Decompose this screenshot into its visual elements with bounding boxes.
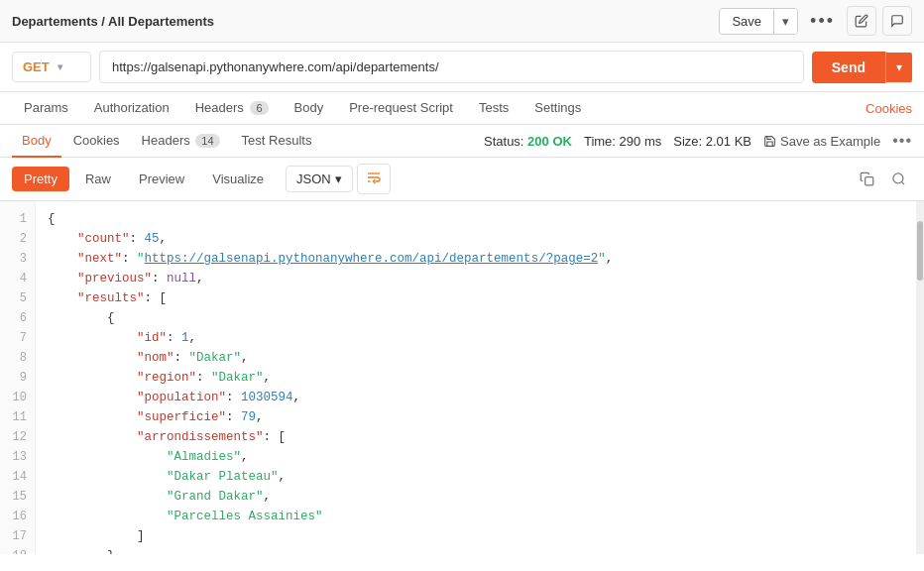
json-line-17: ] [48,526,916,546]
breadcrumb: Departements / All Departements [12,14,214,29]
tab-response-body[interactable]: Body [12,125,61,158]
view-preview-button[interactable]: Preview [127,167,196,191]
format-label: JSON [296,171,331,186]
response-status: Status: 200 OK Time: 290 ms Size: 2.01 K… [484,132,912,150]
wrap-button[interactable] [357,164,391,194]
svg-point-3 [892,173,902,183]
json-line-4: "previous": null, [48,269,916,288]
line-numbers: 12345 678910 1112131415 1617181920 [0,201,36,554]
json-line-6: { [48,308,916,328]
tab-authorization[interactable]: Authorization [82,92,181,125]
send-dropdown-arrow[interactable]: ▾ [886,53,912,82]
json-line-13: "Almadies", [48,447,916,467]
method-chevron-icon: ▾ [58,61,62,72]
tab-test-results[interactable]: Test Results [232,125,322,158]
view-pretty-button[interactable]: Pretty [12,167,69,191]
tab-body[interactable]: Body [283,92,336,125]
format-chevron-icon: ▾ [335,171,342,186]
size-label: Size: 2.01 KB [673,134,751,149]
tab-response-cookies[interactable]: Cookies [63,125,130,158]
cookies-link[interactable]: Cookies [866,93,912,124]
json-line-12: "arrondissements": [ [48,427,916,447]
body-toolbar: Pretty Raw Preview Visualize JSON ▾ [0,158,924,201]
json-line-15: "Grand Dakar", [48,487,916,507]
method-label: GET [23,59,50,74]
save-dropdown-arrow[interactable]: ▾ [774,9,797,34]
tab-tests[interactable]: Tests [467,92,520,125]
breadcrumb-prefix: Departements [12,14,98,29]
response-headers-badge: 14 [195,134,219,148]
top-bar-actions: Save ▾ ••• [719,6,912,36]
json-line-18: }, [48,546,916,554]
copy-button[interactable] [853,166,880,193]
search-button[interactable] [884,166,912,193]
json-line-14: "Dakar Plateau", [48,467,916,487]
response-more-button[interactable]: ••• [892,132,912,150]
json-line-10: "population": 1030594, [48,388,916,407]
url-bar: GET ▾ Send ▾ [0,43,924,92]
method-selector[interactable]: GET ▾ [12,52,91,82]
edit-button[interactable] [847,6,876,36]
status-label-text: Status: [484,134,523,149]
url-input[interactable] [99,51,804,83]
json-line-8: "nom": "Dakar", [48,348,916,368]
json-line-1: { [48,209,916,229]
view-visualize-button[interactable]: Visualize [200,167,276,191]
svg-rect-2 [865,177,872,185]
code-area[interactable]: 12345 678910 1112131415 1617181920 { "co… [0,201,916,554]
vertical-scrollbar[interactable] [916,201,924,554]
json-line-2: "count": 45, [48,229,916,249]
request-tabs: Params Authorization Headers 6 Body Pre-… [0,92,924,125]
tab-pre-request[interactable]: Pre-request Script [337,92,465,125]
send-button-group: Send ▾ [812,52,912,83]
save-example-label: Save as Example [780,134,880,149]
top-bar: Departements / All Departements Save ▾ •… [0,0,924,43]
next-link[interactable]: https://galsenapi.pythonanywhere.com/api… [145,252,599,266]
tab-settings[interactable]: Settings [522,92,593,125]
json-line-5: "results": [ [48,288,916,308]
json-line-11: "superficie": 79, [48,407,916,427]
code-area-wrapper: 12345 678910 1112131415 1617181920 { "co… [0,201,924,554]
json-line-9: "region": "Dakar", [48,368,916,388]
json-line-3: "next": "https://galsenapi.pythonanywher… [48,249,916,269]
send-button[interactable]: Send [812,52,886,83]
breadcrumb-current: All Departements [108,14,214,29]
time-label: Time: 290 ms [584,134,661,149]
response-tabs: Body Cookies Headers 14 Test Results Sta… [0,125,924,158]
format-selector[interactable]: JSON ▾ [286,166,353,192]
tab-headers[interactable]: Headers 6 [183,92,281,125]
save-button-group: Save ▾ [719,8,798,35]
json-content: { "count": 45, "next": "https://galsenap… [36,201,916,554]
status-code: 200 OK [527,134,572,149]
message-button[interactable] [882,6,912,36]
svg-line-4 [901,181,904,184]
status-label: Status: 200 OK [484,134,572,149]
save-as-example-button[interactable]: Save as Example [763,134,880,149]
json-line-7: "id": 1, [48,328,916,348]
more-options-button[interactable]: ••• [804,7,841,36]
save-button[interactable]: Save [720,9,774,34]
scrollbar-thumb [917,221,923,281]
tab-response-headers[interactable]: Headers 14 [132,125,230,158]
tab-params[interactable]: Params [12,92,80,125]
view-raw-button[interactable]: Raw [73,167,123,191]
json-line-16: "Parcelles Assainies" [48,507,916,526]
headers-badge: 6 [250,101,268,115]
